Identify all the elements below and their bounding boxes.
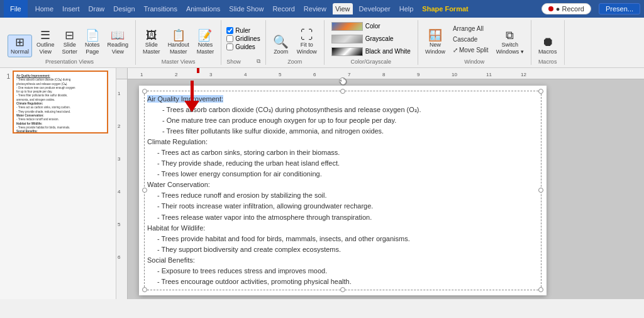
gridlines-checkbox[interactable]: Gridlines (226, 35, 260, 42)
tab-home[interactable]: Home (33, 5, 56, 13)
outline-view-btn[interactable]: ☰ OutlineView (33, 28, 58, 57)
handle-top-mid[interactable] (340, 89, 345, 94)
notes-master-icon: 📝 (198, 30, 212, 41)
line-13: - Trees provide habitat and food for bir… (147, 234, 538, 244)
move-split-btn[interactable]: ⤢ Move Split (450, 45, 492, 55)
color-btn[interactable]: Color (328, 21, 414, 32)
zoom-label: Zoom (270, 57, 320, 65)
handle-top-left[interactable] (142, 89, 147, 94)
color-grayscale-label: Color/Grayscale (328, 57, 414, 65)
master-views-label: Master Views (140, 57, 217, 65)
line-5: - Trees act as carbon sinks, storing car… (147, 147, 538, 158)
content-title-line: Air Quality Improvement: (147, 94, 538, 105)
slide-sorter-icon: ⊟ (65, 30, 74, 41)
tab-slideshow[interactable]: Slide Show (226, 5, 266, 13)
line-1: - Trees absorb carbon dioxide (CO₂) duri… (147, 105, 538, 115)
tab-record[interactable]: Record (270, 5, 297, 13)
tab-review[interactable]: Review (301, 5, 329, 13)
slide-thumb-container: 1 Air Quality Improvement: - Trees absor… (3, 71, 113, 133)
reading-icon: 📖 (111, 30, 125, 41)
tab-insert[interactable]: Insert (60, 5, 82, 13)
line-17: - Trees encourage outdoor activities, pr… (147, 276, 538, 287)
horizontal-ruler: 1 2 3 4 5 6 7 8 9 10 11 12 (128, 68, 644, 79)
notes-master-btn[interactable]: 📝 NotesMaster (194, 28, 218, 57)
notes-page-btn[interactable]: 📄 NotesPage (82, 28, 103, 57)
handle-mid-left[interactable] (142, 188, 147, 193)
line-7: - Trees lower energy consumption for air… (147, 169, 538, 179)
svg-marker-0 (340, 79, 341, 82)
presentation-views-group: ⊞ Normal ☰ OutlineView ⊟ SlideSorter 📄 N… (4, 20, 136, 65)
main-area: 1 Air Quality Improvement: - Trees absor… (0, 68, 644, 299)
window-group: 🪟 NewWindow Arrange All Cascade ⤢ Move S… (418, 20, 531, 65)
tab-design[interactable]: Design (111, 5, 137, 13)
window-label: Window (422, 57, 527, 65)
rotation-icon (340, 78, 347, 86)
grayscale-swatch (331, 35, 363, 43)
slide-canvas[interactable]: Air Quality Improvement: - Trees absorb … (139, 86, 547, 295)
ruler-arrow-indicator (197, 68, 199, 73)
record-dot-icon (548, 6, 553, 11)
canvas-area: 1 2 3 4 5 6 7 8 9 10 11 12 1 2 (116, 68, 644, 299)
line-8: Water Conservation: (147, 179, 538, 190)
ruler-checkbox[interactable]: Ruler (226, 27, 260, 34)
tab-animations[interactable]: Animations (184, 5, 223, 13)
ruler-corner (116, 68, 128, 79)
switch-windows-btn[interactable]: ⧉ SwitchWindows ▾ (493, 28, 527, 57)
tab-transitions[interactable]: Transitions (142, 5, 180, 13)
move-split-icon: ⤢ (453, 47, 458, 54)
handle-bot-right[interactable] (538, 287, 543, 292)
show-group: Ruler Gridlines Guides Show ⧉ (221, 20, 265, 65)
line-12: Habitat for Wildlife: (147, 223, 538, 234)
text-box[interactable]: Air Quality Improvement: - Trees absorb … (144, 91, 541, 290)
black-white-btn[interactable]: Black and White (328, 46, 414, 57)
line-11: - Trees release water vapor into the atm… (147, 212, 538, 223)
ribbon: ⊞ Normal ☰ OutlineView ⊟ SlideSorter 📄 N… (0, 18, 644, 68)
rotation-handle[interactable] (339, 77, 347, 85)
color-grayscale-group: Color Grayscale Black and White Color/Gr… (325, 20, 418, 65)
tab-shape-format[interactable]: Shape Format (419, 5, 470, 13)
new-window-btn[interactable]: 🪟 NewWindow (422, 28, 448, 57)
handout-master-icon: 📋 (172, 30, 186, 41)
zoom-group: 🔍 Zoom ⛶ Fit toWindow Zoom (266, 20, 325, 65)
present-button[interactable]: Presen... (599, 3, 640, 14)
new-window-icon: 🪟 (428, 30, 442, 41)
handout-master-btn[interactable]: 📋 HandoutMaster (165, 28, 192, 57)
macros-label: Macros (535, 57, 560, 65)
macros-btn[interactable]: ⏺ Macros (535, 33, 560, 57)
line-9: - Trees reduce runoff and erosion by sta… (147, 190, 538, 201)
handle-mid-right[interactable] (538, 188, 543, 193)
slide-master-icon: 🖼 (146, 30, 157, 41)
zoom-btn[interactable]: 🔍 Zoom (270, 33, 292, 57)
tab-view[interactable]: View (333, 3, 353, 14)
fit-to-window-btn[interactable]: ⛶ Fit toWindow (294, 26, 320, 57)
bw-swatch (331, 47, 363, 56)
show-dialog-icon[interactable]: ⧉ (257, 58, 260, 65)
show-label: Show ⧉ (226, 57, 260, 65)
file-tab[interactable]: File (4, 0, 28, 18)
handle-top-right[interactable] (538, 89, 543, 94)
reading-view-btn[interactable]: 📖 ReadingView (104, 28, 132, 57)
tab-developer[interactable]: Developer (357, 5, 393, 13)
vertical-ruler: 1 2 3 4 5 6 (116, 79, 128, 299)
record-button[interactable]: ● Record (541, 3, 591, 14)
handle-bot-mid[interactable] (340, 287, 345, 292)
tab-help[interactable]: Help (397, 5, 416, 13)
handle-bot-left[interactable] (142, 287, 147, 292)
slide-sorter-btn[interactable]: ⊟ SlideSorter (59, 28, 81, 57)
outline-icon: ☰ (40, 30, 50, 41)
red-arrow-indicator (184, 81, 199, 112)
line-14: - They support biodiversity and create c… (147, 244, 538, 255)
normal-view-btn[interactable]: ⊞ Normal (8, 35, 32, 57)
line-15: Social Benefits: (147, 255, 538, 266)
cascade-btn[interactable]: Cascade (450, 35, 492, 44)
slide-thumbnail[interactable]: Air Quality Improvement: - Trees absorb … (13, 71, 108, 133)
macros-icon: ⏺ (541, 35, 554, 48)
slide-master-btn[interactable]: 🖼 SlideMaster (140, 28, 164, 57)
line-3: - Trees filter pollutants like sulfur di… (147, 126, 538, 137)
line-2: - One mature tree can produce enough oxy… (147, 115, 538, 126)
tab-draw[interactable]: Draw (86, 5, 108, 13)
line-16: - Exposure to trees reduces stress and i… (147, 266, 538, 276)
arrange-all-btn[interactable]: Arrange All (450, 24, 492, 33)
grayscale-btn[interactable]: Grayscale (328, 33, 414, 45)
guides-checkbox[interactable]: Guides (226, 43, 260, 50)
